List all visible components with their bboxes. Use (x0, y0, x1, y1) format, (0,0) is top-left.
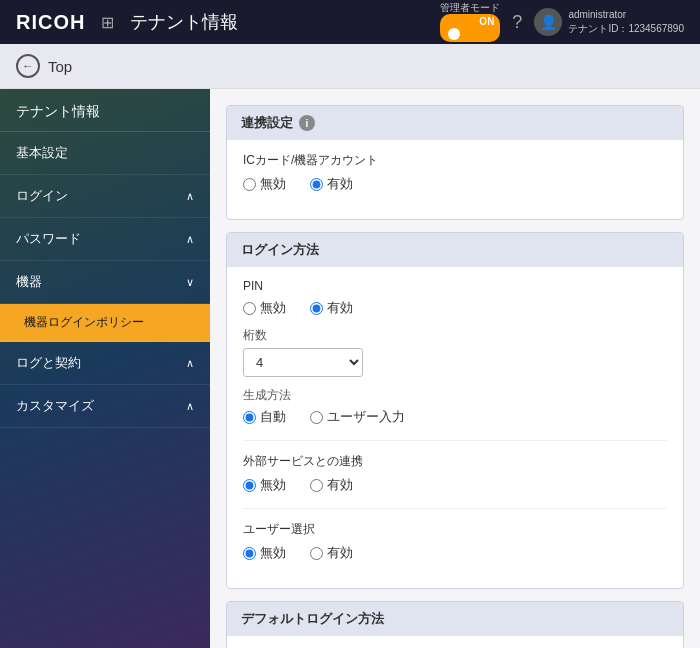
sidebar-item-label: 基本設定 (16, 144, 68, 162)
section-renkeisettei-title: 連携設定 (241, 114, 293, 132)
page-title: テナント情報 (130, 10, 440, 34)
sidebar-item-login[interactable]: ログイン ∧ (0, 175, 210, 218)
user-tenant: テナントID：1234567890 (568, 23, 684, 34)
external-service-field: 外部サービスとの連携 無効 有効 (243, 453, 667, 494)
ic-disabled-radio[interactable] (243, 178, 256, 191)
pin-digits-field: 桁数 4 5 6 7 8 (243, 327, 667, 377)
ic-card-label: ICカード/機器アカウント (243, 152, 667, 169)
section-renkeisettei: 連携設定 i ICカード/機器アカウント 無効 有効 (226, 105, 684, 220)
breadcrumb: ← Top (0, 44, 700, 89)
sidebar-title: テナント情報 (0, 89, 210, 132)
external-service-label: 外部サービスとの連携 (243, 453, 667, 470)
section-login-method-body: PIN 無効 有効 桁数 4 5 (227, 267, 683, 588)
help-icon[interactable]: ? (512, 12, 522, 33)
ricoh-logo: RICOH (16, 11, 85, 34)
pin-disabled-option[interactable]: 無効 (243, 299, 286, 317)
user-enabled-option[interactable]: 有効 (310, 544, 353, 562)
ic-enabled-option[interactable]: 有効 (310, 175, 353, 193)
pin-enabled-radio[interactable] (310, 302, 323, 315)
pin-enabled-option[interactable]: 有効 (310, 299, 353, 317)
section-default-login-body: テナントID・ユーザーID・パスワード ユーザーID・パスワード PIN (227, 636, 683, 648)
divider-1 (243, 440, 667, 441)
sidebar-item-customize[interactable]: カスタマイズ ∧ (0, 385, 210, 428)
user-details: administrator テナントID：1234567890 (568, 8, 684, 36)
ext-disabled-option[interactable]: 無効 (243, 476, 286, 494)
chevron-icon: ∧ (186, 357, 194, 370)
chevron-icon: ∧ (186, 233, 194, 246)
content-area: 連携設定 i ICカード/機器アカウント 無効 有効 (210, 89, 700, 648)
grid-icon[interactable]: ⊞ (101, 13, 114, 32)
external-service-radio-group: 無効 有効 (243, 476, 667, 494)
main-layout: テナント情報 基本設定 ログイン ∧ パスワード ∧ 機器 ∨ 機器ログインポリ… (0, 89, 700, 648)
admin-mode-area: 管理者モード ON (440, 2, 500, 42)
sidebar-item-log-contract[interactable]: ログと契約 ∧ (0, 342, 210, 385)
sidebar-item-label: ログと契約 (16, 354, 81, 372)
pin-radio-group: 無効 有効 (243, 299, 667, 317)
section-default-login: デフォルトログイン方法 テナントID・ユーザーID・パスワード ユーザーID・パ… (226, 601, 684, 648)
section-default-login-title: デフォルトログイン方法 (241, 610, 384, 628)
sidebar-item-password[interactable]: パスワード ∧ (0, 218, 210, 261)
sidebar-item-label: カスタマイズ (16, 397, 94, 415)
divider-2 (243, 508, 667, 509)
ext-enabled-radio[interactable] (310, 479, 323, 492)
admin-mode-toggle[interactable]: ON (440, 14, 500, 42)
section-login-method: ログイン方法 PIN 無効 有効 桁数 (226, 232, 684, 589)
avatar: 👤 (534, 8, 562, 36)
user-select-radio-group: 無効 有効 (243, 544, 667, 562)
sidebar: テナント情報 基本設定 ログイン ∧ パスワード ∧ 機器 ∨ 機器ログインポリ… (0, 89, 210, 648)
chevron-icon: ∧ (186, 400, 194, 413)
user-name: administrator (568, 9, 626, 20)
pin-digits-label: 桁数 (243, 327, 667, 344)
user-info: 👤 administrator テナントID：1234567890 (534, 8, 684, 36)
pin-field: PIN 無効 有効 桁数 4 5 (243, 279, 667, 426)
generation-method-field: 生成方法 自動 ユーザー入力 (243, 387, 667, 426)
generation-radio-group: 自動 ユーザー入力 (243, 408, 667, 426)
ext-disabled-radio[interactable] (243, 479, 256, 492)
sidebar-item-device[interactable]: 機器 ∨ (0, 261, 210, 304)
chevron-icon: ∧ (186, 190, 194, 203)
info-icon[interactable]: i (299, 115, 315, 131)
generation-method-label: 生成方法 (243, 387, 667, 404)
sidebar-item-label: ログイン (16, 187, 68, 205)
section-login-method-title: ログイン方法 (241, 241, 319, 259)
ic-disabled-option[interactable]: 無効 (243, 175, 286, 193)
gen-auto-radio[interactable] (243, 411, 256, 424)
sidebar-item-label: パスワード (16, 230, 81, 248)
section-renkeisettei-body: ICカード/機器アカウント 無効 有効 (227, 140, 683, 219)
ic-card-radio-group: 無効 有効 (243, 175, 667, 193)
user-select-label: ユーザー選択 (243, 521, 667, 538)
admin-mode-label: 管理者モード (440, 2, 500, 14)
sidebar-item-label: 機器 (16, 273, 42, 291)
section-renkeisettei-header: 連携設定 i (227, 106, 683, 140)
header-right: 管理者モード ON ? 👤 administrator テナントID：12345… (440, 2, 684, 42)
sidebar-item-device-login-policy[interactable]: 機器ログインポリシー (0, 304, 210, 342)
user-select-field: ユーザー選択 無効 有効 (243, 521, 667, 562)
section-default-login-header: デフォルトログイン方法 (227, 602, 683, 636)
section-login-method-header: ログイン方法 (227, 233, 683, 267)
ic-card-field: ICカード/機器アカウント 無効 有効 (243, 152, 667, 193)
sidebar-item-label: 機器ログインポリシー (24, 314, 144, 331)
user-disabled-radio[interactable] (243, 547, 256, 560)
pin-digits-select[interactable]: 4 5 6 7 8 (243, 348, 363, 377)
sidebar-item-basic[interactable]: 基本設定 (0, 132, 210, 175)
chevron-icon: ∨ (186, 276, 194, 289)
ic-enabled-radio[interactable] (310, 178, 323, 191)
back-button[interactable]: ← (16, 54, 40, 78)
user-disabled-option[interactable]: 無効 (243, 544, 286, 562)
header: RICOH ⊞ テナント情報 管理者モード ON ? 👤 administrat… (0, 0, 700, 44)
breadcrumb-text: Top (48, 58, 72, 75)
gen-auto-option[interactable]: 自動 (243, 408, 286, 426)
gen-manual-radio[interactable] (310, 411, 323, 424)
user-enabled-radio[interactable] (310, 547, 323, 560)
pin-label: PIN (243, 279, 667, 293)
pin-disabled-radio[interactable] (243, 302, 256, 315)
toggle-dot (448, 28, 460, 40)
gen-manual-option[interactable]: ユーザー入力 (310, 408, 405, 426)
ext-enabled-option[interactable]: 有効 (310, 476, 353, 494)
